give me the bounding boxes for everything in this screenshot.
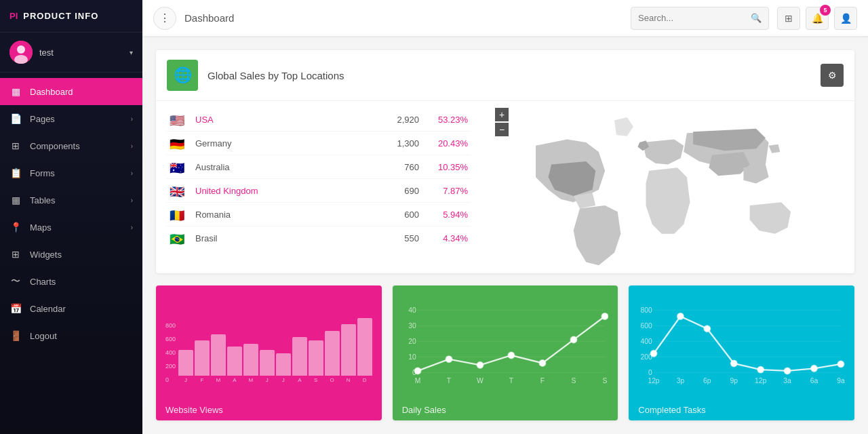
bar [227,347,242,376]
logout-icon: 🚪 [9,330,22,342]
brand-abbr: PI [9,11,18,21]
notification-badge: 5 [820,5,831,16]
sidebar-item-maps[interactable]: 📍 Maps › [0,214,142,241]
chart-card-website-views: 8006004002000 J F M A M J [156,285,382,420]
main-content: ⋮ Dashboard 🔍 ⊞ 🔔 5 👤 🌐 Global Sales by … [142,0,868,434]
table-row: 🇬🇧 United Kingdom 690 7.87% [167,179,471,203]
sidebar-item-dashboard[interactable]: ▦ Dashboard [0,78,142,105]
bar-label: J [184,377,187,383]
sales-value: 760 [378,162,419,172]
sidebar-item-calendar[interactable]: 📅 Calendar [0,295,142,322]
country-flag: 🇧🇷 [170,232,187,244]
sales-content: 🇺🇸 USA 2,920 53.23% 🇩🇪 Germany 1,300 20.… [156,101,854,273]
topbar: ⋮ Dashboard 🔍 ⊞ 🔔 5 👤 [142,0,868,37]
table-row: 🇩🇪 Germany 1,300 20.43% [167,132,471,155]
sidebar-label-maps: Maps [30,222,123,233]
svg-text:W: W [477,377,484,384]
bar-label: O [330,377,334,383]
chevron-right-icon: › [131,170,133,177]
sidebar-item-components[interactable]: ⊞ Components › [0,132,142,159]
data-point [508,352,514,358]
bar-label: M [216,377,221,383]
sidebar-item-logout[interactable]: 🚪 Logout [0,322,142,349]
bar-label: A [298,377,301,383]
maps-icon: 📍 [9,221,22,233]
svg-text:T: T [446,377,451,384]
country-flag: 🇷🇴 [170,208,187,220]
y-label: 600 [165,336,176,342]
menu-button[interactable]: ⋮ [153,7,176,30]
sales-percent: 53.23% [427,115,468,125]
sidebar-label-charts: Charts [30,277,133,287]
sidebar-label-tables: Tables [30,195,123,205]
sales-percent: 5.94% [427,210,468,220]
bar-group: O [325,331,340,383]
svg-text:12p: 12p [648,377,660,384]
table-row: 🇦🇺 Australia 760 10.35% [167,155,471,179]
country-flag: 🇩🇪 [170,137,187,149]
bar-label: D [363,377,367,383]
bar-label: F [201,377,204,383]
bar [357,318,372,376]
chart-title: Daily Sales [393,405,618,420]
svg-text:S: S [602,377,607,384]
data-point [731,360,737,366]
sidebar-item-forms[interactable]: 📋 Forms › [0,159,142,186]
grid-view-button[interactable]: ⊞ [777,7,800,30]
svg-text:6a: 6a [810,377,818,384]
line-series [418,316,605,370]
brand: PI PRODUCT INFO [0,0,142,33]
data-point [414,368,420,374]
chevron-right-icon: › [131,142,133,150]
svg-text:6p: 6p [703,377,711,384]
sales-value: 1,300 [378,138,419,149]
bar [260,350,275,376]
map-container: + − [481,101,854,273]
sidebar-item-tables[interactable]: ▦ Tables › [0,186,142,214]
globe-icon-box: 🌐 [167,60,198,91]
bar-label: S [314,377,317,383]
bar [292,337,307,376]
svg-text:S: S [571,377,576,384]
sidebar-item-charts[interactable]: 〜 Charts [0,268,142,295]
content-area: 🌐 Global Sales by Top Locations ⚙ 🇺🇸 USA… [142,37,868,434]
avatar [9,41,33,64]
bar [276,353,291,376]
search-input[interactable] [638,13,747,23]
bar-group: F [195,340,210,383]
line-chart-svg: 800 600 400 200 0 12p3p6p9p12p3a6a9a [638,295,845,395]
svg-text:600: 600 [641,322,652,330]
card-settings-button[interactable]: ⚙ [821,64,844,87]
svg-text:10: 10 [408,353,416,361]
chart-card-completed-tasks: 800 600 400 200 0 12p3p6p9p12p3a6a9a Com… [629,285,854,420]
bar-group: A [227,347,242,383]
data-point [446,356,452,362]
bar-label: A [233,377,236,383]
bar [243,344,258,376]
page-title: Dashboard [184,12,623,24]
bar [325,331,340,376]
bar-group: S [309,340,323,383]
bar-label: J [282,377,285,383]
card-header: 🌐 Global Sales by Top Locations ⚙ [156,50,854,101]
sidebar-label-logout: Logout [30,331,133,341]
sidebar-item-pages[interactable]: 📄 Pages › [0,105,142,132]
chevron-right-icon: › [131,115,133,123]
data-point [601,313,608,319]
data-point [539,360,545,366]
data-point [651,351,657,357]
bar-group: M [243,344,258,383]
brand-title: PRODUCT INFO [23,11,98,21]
bar-group: A [292,337,307,383]
bar [341,324,356,376]
topbar-actions: ⊞ 🔔 5 👤 [777,7,857,30]
country-flag: 🇬🇧 [170,184,187,197]
user-profile[interactable]: test ▾ [0,33,142,73]
user-menu-button[interactable]: 👤 [834,7,857,30]
sidebar-item-widgets[interactable]: ⊞ Widgets [0,241,142,268]
chart-inner: 40 30 20 10 0 MTWTFSS [393,285,618,401]
country-flag: 🇺🇸 [170,113,187,125]
dashboard-icon: ▦ [9,85,22,98]
notifications-button[interactable]: 🔔 5 [806,7,829,30]
country-name: USA [195,115,370,125]
